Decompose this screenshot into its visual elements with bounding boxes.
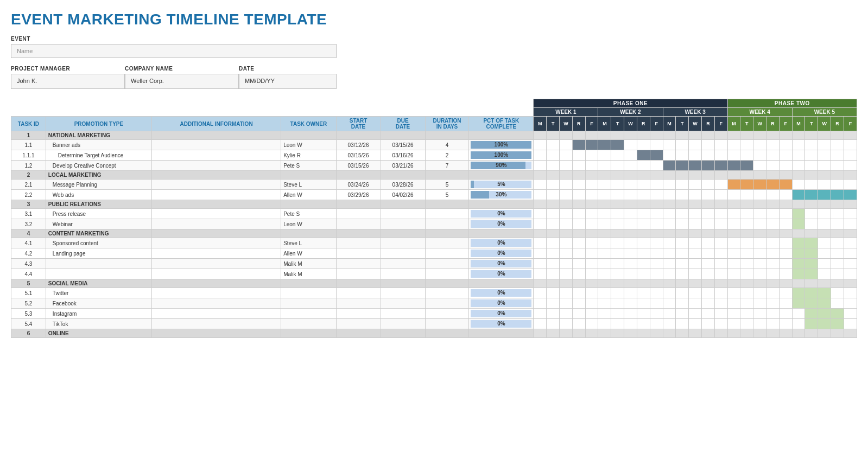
gantt-cell xyxy=(701,131,714,140)
gantt-cell xyxy=(611,298,624,309)
gantt-cell xyxy=(560,319,573,329)
gantt-cell xyxy=(792,180,805,190)
gantt-cell xyxy=(831,161,844,171)
pct-bar-cell: 5% xyxy=(469,180,534,190)
gantt-cell xyxy=(534,329,547,338)
gantt-cell xyxy=(779,269,792,279)
gantt-cell xyxy=(585,279,598,288)
gantt-cell xyxy=(701,269,714,279)
gantt-cell xyxy=(779,150,792,161)
gantt-cell xyxy=(689,269,702,279)
gantt-cell xyxy=(714,288,727,298)
table-row: 2.1Message PlanningSteve L03/24/2603/28/… xyxy=(11,180,857,190)
week3-header: WEEK 3 xyxy=(663,108,727,117)
gantt-cell xyxy=(779,238,792,248)
gantt-cell xyxy=(689,219,702,229)
gantt-cell xyxy=(572,298,585,309)
gantt-cell xyxy=(805,298,818,309)
gantt-cell xyxy=(650,319,663,329)
project-manager-value[interactable]: John K. xyxy=(11,74,125,89)
gantt-cell xyxy=(572,161,585,171)
gantt-cell xyxy=(611,131,624,140)
gantt-cell xyxy=(792,269,805,279)
gantt-cell xyxy=(560,180,573,190)
gantt-cell xyxy=(663,238,676,248)
gantt-cell xyxy=(534,298,547,309)
gantt-cell xyxy=(714,209,727,219)
w2-wed: W xyxy=(624,117,637,131)
gantt-cell xyxy=(792,171,805,180)
gantt-cell xyxy=(779,171,792,180)
gantt-cell xyxy=(611,259,624,269)
gantt-cell xyxy=(766,288,780,298)
gantt-cell xyxy=(740,161,753,171)
w3-tue: T xyxy=(676,117,689,131)
gantt-cell xyxy=(560,209,573,219)
table-row: 1NATIONAL MARKETING xyxy=(11,131,857,140)
gantt-cell xyxy=(650,329,663,338)
gantt-cell xyxy=(727,309,740,319)
gantt-cell xyxy=(844,288,857,298)
gantt-cell xyxy=(572,200,585,209)
date-value[interactable]: MM/DD/YY xyxy=(239,74,337,89)
pct-bar-cell: 100% xyxy=(469,140,534,150)
gantt-cell xyxy=(572,329,585,338)
gantt-cell xyxy=(534,150,547,161)
gantt-cell xyxy=(663,259,676,269)
gantt-cell xyxy=(831,309,844,319)
gantt-cell xyxy=(689,248,702,259)
gantt-cell xyxy=(701,200,714,209)
gantt-cell xyxy=(547,229,560,238)
gantt-cell xyxy=(534,238,547,248)
gantt-cell xyxy=(844,200,857,209)
gantt-cell xyxy=(650,161,663,171)
gantt-cell xyxy=(598,150,611,161)
gantt-cell xyxy=(598,319,611,329)
table-row: 5.2Facebook 0% xyxy=(11,298,857,309)
pct-bar-cell: 0% xyxy=(469,209,534,219)
gantt-cell xyxy=(805,131,818,140)
gantt-cell xyxy=(714,279,727,288)
gantt-cell xyxy=(598,269,611,279)
gantt-cell xyxy=(831,269,844,279)
gantt-cell xyxy=(740,150,753,161)
gantt-cell xyxy=(547,180,560,190)
gantt-cell xyxy=(701,150,714,161)
gantt-cell xyxy=(663,180,676,190)
gantt-cell xyxy=(831,180,844,190)
gantt-cell xyxy=(805,319,818,329)
gantt-cell xyxy=(689,200,702,209)
gantt-cell xyxy=(844,319,857,329)
phase-one-header: PHASE ONE xyxy=(534,99,727,108)
table-row: 3.2WebinarLeon W 0% xyxy=(11,219,857,229)
gantt-cell xyxy=(560,329,573,338)
gantt-cell xyxy=(740,288,753,298)
gantt-cell xyxy=(650,131,663,140)
gantt-cell xyxy=(585,150,598,161)
pct-bar-cell: 0% xyxy=(469,219,534,229)
gantt-cell xyxy=(547,150,560,161)
gantt-cell xyxy=(701,190,714,200)
pct-bar-cell: 0% xyxy=(469,298,534,309)
company-name-value[interactable]: Weller Corp. xyxy=(125,74,239,89)
gantt-cell xyxy=(818,298,831,309)
gantt-cell xyxy=(818,180,831,190)
gantt-cell xyxy=(689,238,702,248)
gantt-cell xyxy=(779,209,792,219)
gantt-cell xyxy=(831,288,844,298)
gantt-cell xyxy=(779,229,792,238)
gantt-cell xyxy=(650,238,663,248)
gantt-cell xyxy=(560,219,573,229)
gantt-cell xyxy=(534,229,547,238)
gantt-cell xyxy=(676,329,689,338)
gantt-cell xyxy=(676,200,689,209)
gantt-cell xyxy=(844,259,857,269)
w5-wed: W xyxy=(818,117,831,131)
gantt-cell xyxy=(676,229,689,238)
w4-fri: F xyxy=(779,117,792,131)
w5-thu: R xyxy=(831,117,844,131)
event-name-field[interactable]: Name xyxy=(11,44,337,58)
gantt-cell xyxy=(534,248,547,259)
gantt-cell xyxy=(624,140,637,150)
gantt-cell xyxy=(740,259,753,269)
